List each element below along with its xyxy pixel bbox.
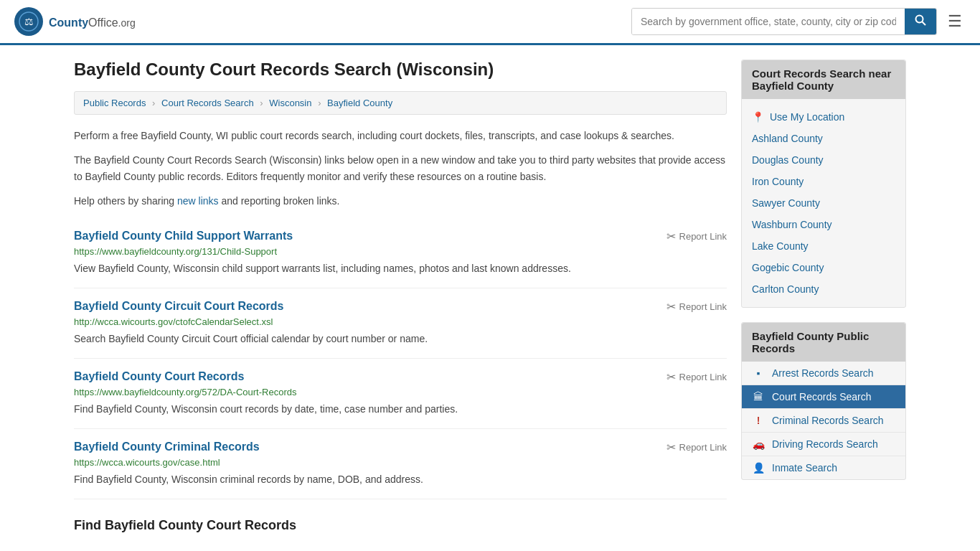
county-label-douglas: Douglas County bbox=[752, 154, 824, 166]
breadcrumb-wisconsin[interactable]: Wisconsin bbox=[269, 98, 311, 108]
result-desc-2: Find Bayfield County, Wisconsin court re… bbox=[74, 402, 727, 417]
result-header-1: Bayfield County Circuit Court Records ✂ … bbox=[74, 300, 727, 314]
result-url-3: https://wcca.wicourts.gov/case.html bbox=[74, 457, 727, 468]
location-pin-icon: 📍 bbox=[752, 111, 764, 123]
report-icon-2: ✂ bbox=[666, 370, 676, 384]
report-link-3[interactable]: ✂ Report Link bbox=[666, 441, 727, 454]
report-link-1[interactable]: ✂ Report Link bbox=[666, 300, 727, 314]
inmate-label: Inmate Search bbox=[772, 462, 837, 474]
svg-text:⚖: ⚖ bbox=[24, 17, 34, 27]
result-desc-3: Find Bayfield County, Wisconsin criminal… bbox=[74, 472, 727, 487]
result-url-2: https://www.bayfieldcounty.org/572/DA-Co… bbox=[74, 387, 727, 397]
report-icon-0: ✂ bbox=[666, 230, 676, 243]
result-header-0: Bayfield County Child Support Warrants ✂… bbox=[74, 230, 727, 243]
record-item-arrest[interactable]: ▪ Arrest Records Search bbox=[742, 362, 905, 385]
description-p3: Help others by sharing new links and rep… bbox=[74, 193, 727, 209]
county-label-washburn: Washburn County bbox=[752, 219, 832, 230]
report-icon-3: ✂ bbox=[666, 441, 676, 454]
header-controls: ☰ bbox=[631, 8, 966, 35]
new-links-link[interactable]: new links bbox=[177, 195, 219, 207]
result-title-2[interactable]: Bayfield County Court Records bbox=[74, 370, 244, 383]
menu-button[interactable]: ☰ bbox=[944, 9, 966, 34]
breadcrumb-sep-2: › bbox=[260, 98, 263, 108]
breadcrumb-public-records[interactable]: Public Records bbox=[83, 98, 146, 108]
result-title-0[interactable]: Bayfield County Child Support Warrants bbox=[74, 230, 293, 242]
county-label-lake: Lake County bbox=[752, 240, 809, 252]
arrest-icon: ▪ bbox=[752, 367, 765, 379]
county-label-sawyer: Sawyer County bbox=[752, 197, 820, 209]
county-label-ashland: Ashland County bbox=[752, 133, 823, 144]
search-input[interactable] bbox=[632, 9, 905, 34]
record-item-criminal[interactable]: ! Criminal Records Search bbox=[742, 409, 905, 433]
result-desc-1: Search Bayfield County Circuit Court off… bbox=[74, 331, 727, 347]
court-label: Court Records Search bbox=[772, 391, 872, 402]
public-records-header: Bayfield County Public Records bbox=[742, 323, 905, 362]
county-link-ashland[interactable]: Ashland County bbox=[742, 128, 905, 149]
result-url-0: https://www.bayfieldcounty.org/131/Child… bbox=[74, 246, 727, 257]
sidebar: Court Records Search near Bayfield Count… bbox=[741, 60, 906, 533]
report-icon-1: ✂ bbox=[666, 300, 676, 314]
county-link-iron[interactable]: Iron County bbox=[742, 171, 905, 192]
criminal-icon: ! bbox=[752, 415, 765, 426]
site-logo-icon: ⚖ bbox=[14, 7, 43, 36]
result-title-1[interactable]: Bayfield County Circuit Court Records bbox=[74, 300, 283, 313]
breadcrumb-sep-3: › bbox=[318, 98, 321, 108]
find-section-heading: Find Bayfield County Court Records bbox=[74, 507, 727, 533]
county-label-iron: Iron County bbox=[752, 176, 804, 187]
nearby-box-header: Court Records Search near Bayfield Count… bbox=[742, 60, 905, 99]
nearby-box-content: 📍 Use My Location Ashland County Douglas… bbox=[742, 99, 905, 307]
breadcrumb-sep-1: › bbox=[152, 98, 155, 108]
record-item-driving[interactable]: 🚗 Driving Records Search bbox=[742, 433, 905, 456]
arrest-label: Arrest Records Search bbox=[772, 367, 874, 379]
report-label-1: Report Link bbox=[679, 301, 727, 312]
result-url-1: http://wcca.wicourts.gov/ctofcCalendarSe… bbox=[74, 316, 727, 327]
criminal-label: Criminal Records Search bbox=[772, 415, 884, 426]
page-title: Bayfield County Court Records Search (Wi… bbox=[74, 60, 727, 80]
result-header-2: Bayfield County Court Records ✂ Report L… bbox=[74, 370, 727, 384]
driving-icon: 🚗 bbox=[752, 438, 765, 450]
use-my-location-label: Use My Location bbox=[770, 111, 844, 123]
county-link-douglas[interactable]: Douglas County bbox=[742, 149, 905, 171]
result-title-3[interactable]: Bayfield County Criminal Records bbox=[74, 441, 260, 453]
result-header-3: Bayfield County Criminal Records ✂ Repor… bbox=[74, 441, 727, 454]
description-p2: The Bayfield County Court Records Search… bbox=[74, 152, 727, 184]
county-link-sawyer[interactable]: Sawyer County bbox=[742, 192, 905, 214]
header: ⚖ CountyOffice.org ☰ bbox=[0, 0, 980, 45]
breadcrumb-court-records[interactable]: Court Records Search bbox=[161, 98, 254, 108]
inmate-icon: 👤 bbox=[752, 462, 765, 474]
breadcrumb-bayfield[interactable]: Bayfield County bbox=[327, 98, 392, 108]
svg-line-3 bbox=[923, 22, 926, 26]
report-link-0[interactable]: ✂ Report Link bbox=[666, 230, 727, 243]
global-search-bar bbox=[631, 8, 937, 35]
result-card-0: Bayfield County Child Support Warrants ✂… bbox=[74, 218, 727, 288]
result-card-3: Bayfield County Criminal Records ✂ Repor… bbox=[74, 429, 727, 499]
result-card-2: Bayfield County Court Records ✂ Report L… bbox=[74, 359, 727, 429]
county-label-gogebic: Gogebic County bbox=[752, 262, 824, 273]
search-button[interactable] bbox=[905, 9, 936, 34]
report-label-2: Report Link bbox=[679, 372, 727, 382]
county-label-carlton: Carlton County bbox=[752, 283, 819, 295]
county-link-carlton[interactable]: Carlton County bbox=[742, 278, 905, 300]
svg-point-2 bbox=[916, 16, 923, 23]
county-link-gogebic[interactable]: Gogebic County bbox=[742, 257, 905, 278]
report-label-0: Report Link bbox=[679, 231, 727, 242]
county-link-lake[interactable]: Lake County bbox=[742, 235, 905, 257]
record-item-court[interactable]: 🏛 Court Records Search bbox=[742, 385, 905, 409]
logo-area: ⚖ CountyOffice.org bbox=[14, 7, 136, 36]
result-card-1: Bayfield County Circuit Court Records ✂ … bbox=[74, 288, 727, 359]
result-desc-0: View Bayfield County, Wisconsin child su… bbox=[74, 261, 727, 276]
public-records-box: Bayfield County Public Records ▪ Arrest … bbox=[741, 322, 906, 480]
county-link-washburn[interactable]: Washburn County bbox=[742, 214, 905, 235]
record-item-inmate[interactable]: 👤 Inmate Search bbox=[742, 456, 905, 479]
court-icon: 🏛 bbox=[752, 391, 765, 402]
driving-label: Driving Records Search bbox=[772, 438, 878, 450]
description-p1: Perform a free Bayfield County, WI publi… bbox=[74, 128, 727, 143]
site-name: CountyOffice.org bbox=[49, 14, 136, 30]
page-container: Bayfield County Court Records Search (Wi… bbox=[60, 45, 920, 547]
nearby-box: Court Records Search near Bayfield Count… bbox=[741, 60, 906, 308]
main-content: Bayfield County Court Records Search (Wi… bbox=[74, 60, 727, 533]
report-label-3: Report Link bbox=[679, 442, 727, 453]
use-my-location-link[interactable]: 📍 Use My Location bbox=[742, 106, 905, 128]
report-link-2[interactable]: ✂ Report Link bbox=[666, 370, 727, 384]
description-p3-prefix: Help others by sharing bbox=[74, 195, 177, 207]
